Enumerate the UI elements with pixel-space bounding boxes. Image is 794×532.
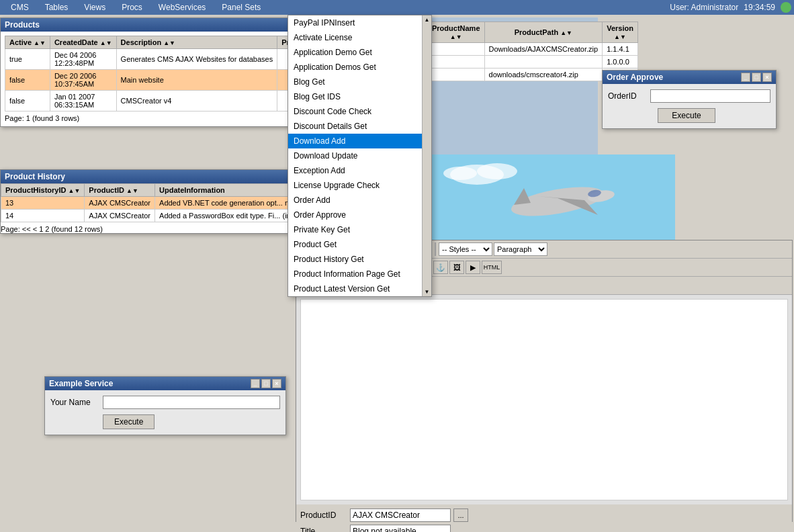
svg-point-2 — [477, 163, 517, 179]
history-title: Product History — [5, 172, 65, 181]
cell-description: Generates CMS AJAX Websites for database… — [116, 49, 277, 70]
sort-active-icon: ▲▼ — [34, 40, 46, 46]
col-active[interactable]: Active ▲▼ — [5, 36, 50, 49]
cell-active: false — [5, 70, 50, 91]
example-service-titlebar[interactable]: Example Service _ □ × — [45, 377, 285, 390]
right-col-productname[interactable]: ProductName ▲▼ — [428, 22, 485, 43]
menu-item-exception-add[interactable]: Exception Add — [288, 163, 431, 178]
menu-item-discount-check[interactable]: Discount Code Check — [288, 104, 431, 119]
example-service-close[interactable]: × — [272, 379, 281, 388]
scroll-up-button[interactable]: ▲ — [423, 15, 431, 24]
order-execute-container: Execute — [608, 108, 770, 123]
styles-select[interactable]: -- Styles -- — [439, 242, 492, 256]
menu-item-product-latest[interactable]: Product Latest Version Get — [288, 281, 431, 296]
service-execute-button[interactable]: Execute — [103, 414, 155, 429]
menu-bar-right: User: Administrator 19:34:59 — [670, 2, 791, 13]
table-row[interactable]: 1.0.0.0 — [428, 56, 638, 69]
cell-active: false — [5, 91, 50, 112]
menu-item-appdemos-get[interactable]: Application Demos Get — [288, 60, 431, 75]
user-info: User: Administrator — [670, 3, 738, 12]
menu-item-product-info[interactable]: Product Information Page Get — [288, 267, 431, 281]
product-id-field-label: ProductID — [300, 511, 347, 520]
menu-item-product-history[interactable]: Product History Get — [288, 252, 431, 267]
cell-histid: 14 — [1, 210, 85, 222]
col-description[interactable]: Description ▲▼ — [116, 36, 277, 49]
menu-tables[interactable]: Tables — [37, 1, 77, 13]
order-approve-maximize[interactable]: □ — [752, 73, 761, 82]
menu-item-appdemo-get[interactable]: Application Demo Get — [288, 45, 431, 60]
media-button[interactable]: ▶ — [466, 261, 480, 274]
order-approve-title: Order Approve — [607, 73, 663, 82]
gear-icon[interactable] — [781, 2, 791, 13]
order-id-input[interactable] — [650, 89, 770, 103]
html-button[interactable]: HTML — [482, 261, 502, 274]
example-service-title: Example Service — [49, 379, 113, 388]
cell-active: true — [5, 49, 50, 70]
menu-item-download-update[interactable]: Download Update — [288, 148, 431, 163]
dropdown-scrollbar[interactable]: ▲ ▼ — [422, 15, 431, 296]
menu-webservices[interactable]: WebServices — [150, 1, 214, 13]
order-execute-button[interactable]: Execute — [658, 108, 715, 123]
menu-item-download-add[interactable]: Download Add — [288, 134, 431, 148]
cell-description: CMSCreator v4 — [116, 91, 277, 112]
right-product-panel: ProductName ▲▼ ProductPath ▲▼ Version ▲▼… — [423, 17, 598, 172]
example-service-minimize[interactable]: _ — [251, 379, 260, 388]
scroll-down-button[interactable]: ▼ — [423, 287, 431, 296]
menu-item-private-key[interactable]: Private Key Get — [288, 222, 431, 237]
order-approve-close[interactable]: × — [762, 73, 772, 82]
menu-item-paypal[interactable]: PayPal IPNInsert — [288, 15, 431, 30]
menu-panelsets[interactable]: Panel Sets — [214, 1, 269, 13]
cell-name — [428, 43, 485, 56]
cell-histid: 13 — [1, 197, 85, 210]
paragraph-select[interactable]: Paragraph — [494, 242, 547, 256]
table-row[interactable]: Downloads/AJAXCMSCreator.zip 1.1.4.1 — [428, 43, 638, 56]
sort-icon3: ▲▼ — [614, 34, 626, 40]
menu-views[interactable]: Views — [76, 1, 114, 13]
order-approve-controls: _ □ × — [741, 73, 772, 82]
order-id-label: OrderID — [608, 91, 645, 101]
col-created[interactable]: CreatedDate ▲▼ — [50, 36, 116, 49]
menu-item-license-upgrade[interactable]: License Upgrade Check — [288, 178, 431, 193]
products-title: Products — [5, 20, 40, 30]
menu-item-activate[interactable]: Activate License — [288, 30, 431, 45]
menu-item-product-get[interactable]: Product Get — [288, 237, 431, 252]
title-field-input[interactable] — [350, 525, 451, 532]
order-approve-window: Order Approve _ □ × OrderID Execute — [602, 70, 777, 129]
cell-created: Dec 20 200610:37:45AM — [50, 70, 116, 91]
cell-prodid: AJAX CMSCreator — [85, 210, 155, 222]
menu-cms[interactable]: CMS — [3, 1, 37, 13]
product-id-browse-button[interactable]: ... — [453, 508, 468, 522]
right-col-version[interactable]: Version ▲▼ — [603, 22, 638, 43]
product-id-field-input[interactable] — [350, 508, 451, 522]
sort-icon: ▲▼ — [450, 34, 462, 40]
sort-created-icon: ▲▼ — [100, 40, 112, 46]
order-approve-minimize[interactable]: _ — [741, 73, 750, 82]
your-name-input[interactable] — [103, 396, 280, 409]
menu-item-order-add[interactable]: Order Add — [288, 193, 431, 208]
service-execute-container: Execute — [50, 414, 280, 429]
order-approve-titlebar[interactable]: Order Approve _ □ × — [603, 71, 776, 84]
image-button[interactable]: 🖼 — [449, 261, 464, 274]
menu-item-blog-get-ids[interactable]: Blog Get IDS — [288, 89, 431, 104]
sort-histid-icon: ▲▼ — [69, 187, 81, 194]
example-service-maximize[interactable]: □ — [261, 379, 271, 388]
menu-procs[interactable]: Procs — [114, 1, 150, 13]
cell-name — [428, 56, 485, 69]
right-panel-content: ProductName ▲▼ ProductPath ▲▼ Version ▲▼… — [423, 17, 598, 85]
menu-item-discount-details[interactable]: Discount Details Get — [288, 119, 431, 134]
anchor-button[interactable]: ⚓ — [433, 261, 448, 274]
menu-item-blog-get[interactable]: Blog Get — [288, 75, 431, 89]
menu-item-order-approve[interactable]: Order Approve — [288, 208, 431, 222]
editor-fields: ProductID ... Title Update Cancel — [296, 504, 792, 532]
menu-bar: CMS Tables Views Procs WebServices Panel… — [0, 0, 794, 15]
right-col-path[interactable]: ProductPath ▲▼ — [484, 22, 603, 43]
col-productid[interactable]: ProductID ▲▼ — [85, 184, 155, 197]
procs-dropdown: PayPal IPNInsert Activate License Applic… — [288, 15, 432, 297]
sort-prodid-icon: ▲▼ — [126, 187, 138, 194]
cell-version: 1.1.4.1 — [603, 43, 638, 56]
col-historyid[interactable]: ProductHistoryID ▲▼ — [1, 184, 85, 197]
time-display: 19:34:59 — [744, 3, 775, 12]
cell-version: 1.0.0.0 — [603, 56, 638, 69]
example-service-window: Example Service _ □ × Your Name Execute — [44, 376, 286, 435]
editor-content-area[interactable] — [300, 299, 788, 500]
